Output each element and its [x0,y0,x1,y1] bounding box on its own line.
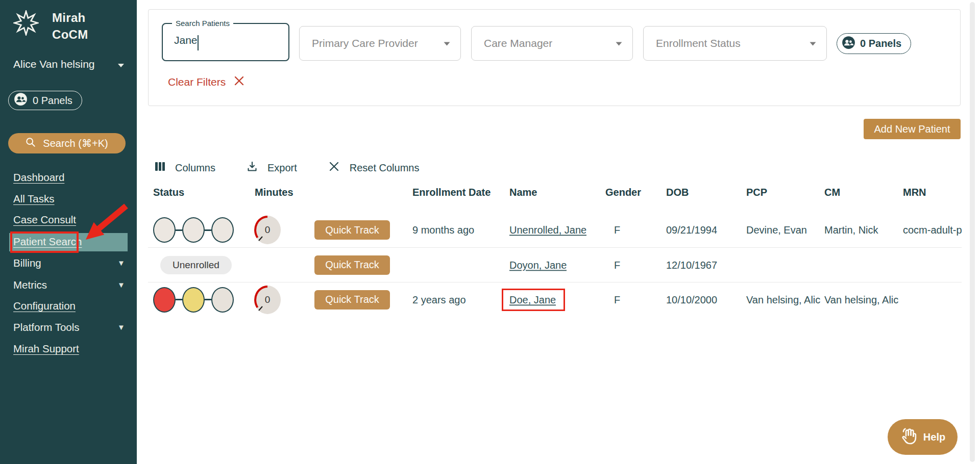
minutes-gauge: 0 [254,215,281,245]
cell-mrn: cocm-adult-pers [903,224,962,236]
sidebar-item-configuration[interactable]: Configuration [13,300,76,312]
chevron-down-icon [810,39,816,48]
panels-badge[interactable]: 0 Panels [837,33,911,54]
sidebar-item-billing[interactable]: Billing [13,257,41,269]
close-icon [329,161,339,174]
panels-people-icon [14,92,28,109]
reset-columns-label: Reset Columns [350,162,420,174]
care-manager-select[interactable]: Care Manager [471,26,633,61]
table-row: Unenrolled Quick Track Doyon, Jane F 12/… [148,247,962,282]
annotation-box-doe-jane [502,289,565,311]
col-header-cm: CM [824,187,840,198]
status-circles [153,287,234,313]
sidebar-item-mirah-support[interactable]: Mirah Support [13,343,79,355]
status-chip: Unenrolled [160,256,232,274]
quick-track-button[interactable]: Quick Track [314,220,390,240]
cell-gender: F [614,224,620,236]
sidebar-item-platform-tools[interactable]: Platform Tools [13,321,80,333]
columns-label: Columns [175,162,215,174]
sidebar-panels-badge[interactable]: 0 Panels [8,91,82,110]
col-header-mrn: MRN [903,187,926,198]
quick-track-button[interactable]: Quick Track [314,290,390,310]
scrollbar-track[interactable] [970,2,975,462]
clear-filters-label: Clear Filters [168,76,226,88]
pcp-select[interactable]: Primary Care Provider [299,26,461,61]
status-circle [153,217,176,243]
metrics-chevron-down-icon[interactable]: ▼ [117,280,125,289]
columns-icon [154,161,166,175]
col-header-enrollment-date: Enrollment Date [412,187,491,198]
filter-card: Search Patients Primary Care Provider Ca… [148,9,961,106]
table-header-row: Status Minutes Enrollment Date Name Gend… [148,187,962,200]
waving-hand-icon [900,427,918,448]
export-button[interactable]: Export [246,161,297,175]
export-label: Export [267,162,297,174]
chevron-down-icon [444,39,450,48]
brand-line2: CoCM [52,26,88,43]
minutes-value: 0 [254,215,281,245]
quick-track-button[interactable]: Quick Track [314,255,390,275]
patient-search-page: Mirah CoCM Alice Van helsing 0 Panels [0,0,980,464]
cell-gender: F [614,259,620,271]
platform-tools-chevron-down-icon[interactable]: ▼ [117,323,125,331]
cell-dob: 10/10/2000 [666,294,717,305]
reset-columns-button[interactable]: Reset Columns [329,161,420,174]
col-header-minutes: Minutes [255,187,293,198]
cell-dob: 12/10/1967 [666,259,717,271]
status-circle [211,287,234,313]
export-icon [246,161,258,175]
user-name: Alice Van helsing [13,58,95,70]
minutes-gauge: 0 [254,285,281,315]
enrollment-status-placeholder: Enrollment Status [656,37,741,49]
cell-gender: F [614,294,620,305]
brand-title: Mirah CoCM [52,9,88,43]
help-label: Help [923,431,945,443]
patient-name-link[interactable]: Doyon, Jane [509,259,567,271]
global-search-button[interactable]: Search (⌘+K) [8,133,126,153]
user-menu[interactable]: Alice Van helsing [13,58,125,70]
col-header-pcp: PCP [746,187,767,198]
chevron-down-icon [117,58,125,70]
status-circle [182,287,205,313]
brand-line1: Mirah [52,9,88,26]
cell-enrollment-date: 9 months ago [412,224,474,236]
sidebar-panels-label: 0 Panels [33,95,72,107]
search-patients-field: Search Patients [162,23,289,61]
col-header-gender: Gender [605,187,641,198]
search-icon [26,137,36,150]
status-circles [153,217,234,243]
status-circle [211,217,234,243]
columns-button[interactable]: Columns [154,161,215,175]
sidebar-item-dashboard[interactable]: Dashboard [13,171,64,184]
cell-pcp: Devine, Evan [746,224,807,236]
panels-badge-label: 0 Panels [860,38,901,49]
sidebar-item-case-consult[interactable]: Case Consult [13,214,76,226]
minutes-value: 0 [254,285,281,315]
cell-cm: Martin, Nick [824,224,878,236]
chevron-down-icon [616,39,622,48]
status-circle [153,287,176,313]
cell-pcp: Van helsing, Alic [746,294,820,305]
mirah-logo-icon [13,10,39,38]
cell-cm: Van helsing, Alic [824,294,898,305]
close-icon [234,76,244,88]
annotation-box-patient-search [10,231,79,253]
clear-filters-button[interactable]: Clear Filters [168,76,244,88]
sidebar: Mirah CoCM Alice Van helsing 0 Panels [0,0,137,464]
enrollment-status-select[interactable]: Enrollment Status [643,26,827,61]
global-search-label: Search (⌘+K) [43,137,108,149]
text-caret [198,35,199,50]
search-patients-label: Search Patients [172,19,233,28]
panels-people-icon [842,36,855,52]
sidebar-item-metrics[interactable]: Metrics [13,279,47,291]
care-manager-placeholder: Care Manager [484,37,552,49]
add-new-patient-button[interactable]: Add New Patient [864,119,961,139]
col-header-dob: DOB [666,187,689,198]
sidebar-item-all-tasks[interactable]: All Tasks [13,193,55,205]
grid-toolbar: Columns Export Reset Columns [148,160,419,175]
patient-name-link[interactable]: Unenrolled, Jane [509,224,586,236]
col-header-name: Name [509,187,537,198]
billing-chevron-down-icon[interactable]: ▼ [117,259,125,267]
search-patients-input[interactable] [174,34,276,46]
help-button[interactable]: Help [888,419,958,455]
